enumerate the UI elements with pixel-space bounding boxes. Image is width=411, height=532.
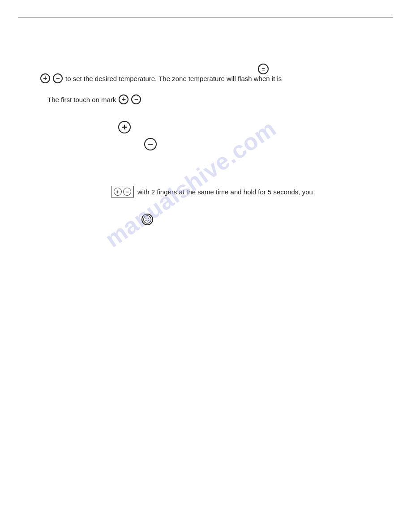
- smiley-svg: [143, 215, 152, 224]
- large-plus-row: [118, 121, 131, 133]
- bracket-minus-icon: [123, 188, 131, 196]
- smiley-row: [141, 214, 153, 225]
- equals-circle-icon: =: [258, 64, 269, 74]
- minus-icon: [53, 73, 63, 83]
- top-divider: [18, 17, 393, 17]
- combined-text-row: with 2 fingers at the same time and hold…: [111, 186, 313, 197]
- first-touch-plus-icon: [119, 94, 128, 104]
- smiley-icon: [141, 214, 153, 225]
- equals-icon-row: =: [258, 64, 269, 74]
- large-minus-row: [144, 138, 157, 150]
- bracket-plus-icon: [114, 188, 122, 196]
- first-touch-minus-icon: [131, 94, 141, 104]
- temp-set-text: to set the desired temperature. The zone…: [65, 75, 282, 82]
- bracket-plus-minus-icon: [111, 186, 134, 197]
- plus-icon: [40, 73, 50, 83]
- svg-point-2: [148, 218, 149, 219]
- first-touch-text: The first touch on mark: [47, 96, 116, 103]
- large-minus-icon: [144, 138, 157, 150]
- combined-text: with 2 fingers at the same time and hold…: [137, 188, 313, 196]
- large-plus-icon: [118, 121, 131, 133]
- first-touch-row: The first touch on mark: [47, 94, 141, 104]
- temp-set-row: to set the desired temperature. The zone…: [40, 73, 282, 83]
- watermark: manualshive.com: [100, 115, 281, 253]
- svg-point-1: [146, 218, 146, 219]
